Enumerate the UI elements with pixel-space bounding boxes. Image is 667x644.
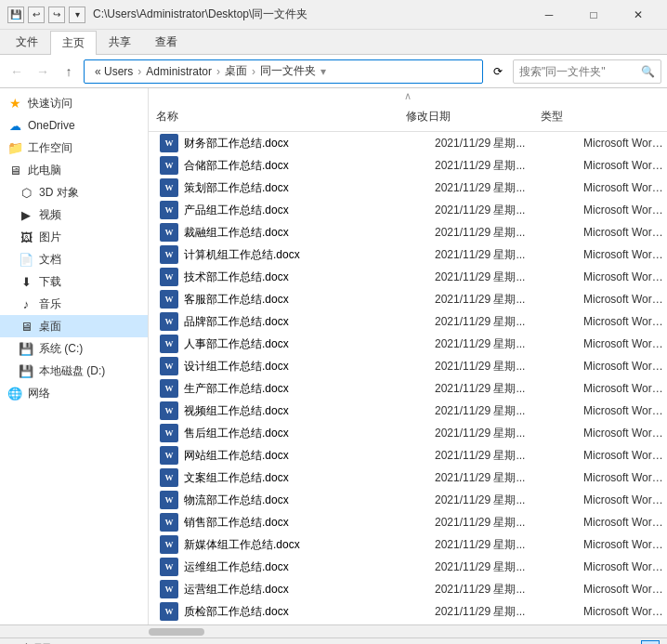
file-name-text: 售后组工作总结.docx [184,426,289,441]
table-row[interactable]: W人事部工作总结.docx2021/11/29 星期...Microsoft W… [149,333,667,355]
table-row[interactable]: W财务部工作总结.docx2021/11/29 星期...Microsoft W… [149,132,667,154]
table-row[interactable]: W网站组工作总结.docx2021/11/29 星期...Microsoft W… [149,444,667,467]
onedrive-icon: ☁ [7,118,22,133]
sidebar-label-picture: 图片 [39,230,61,245]
address-path[interactable]: « Users › Administrator › 桌面 › 同一文件夹 ▾ [84,59,483,84]
file-type-cell: Microsoft Word ... [576,516,667,529]
path-part-admin[interactable]: Administrator [143,64,215,79]
table-row[interactable]: W设计组工作总结.docx2021/11/29 星期...Microsoft W… [149,355,667,377]
tab-share[interactable]: 共享 [97,30,143,54]
word-icon: W [160,401,178,420]
sidebar-item-desktop[interactable]: 🖥 桌面 [0,315,148,337]
file-rows-container: W财务部工作总结.docx2021/11/29 星期...Microsoft W… [149,132,667,623]
close-button[interactable]: ✕ [617,0,660,30]
sidebar-item-network[interactable]: 🌐 网络 [0,382,148,404]
table-row[interactable]: W品牌部工作总结.docx2021/11/29 星期...Microsoft W… [149,310,667,333]
table-row[interactable]: W计算机组工作总结.docx2021/11/29 星期...Microsoft … [149,243,667,266]
back-button[interactable]: ← [6,60,28,83]
col-header-name[interactable]: 名称 [149,106,399,127]
table-row[interactable]: W运营组工作总结.docx2021/11/29 星期...Microsoft W… [149,578,667,600]
file-date-cell: 2021/11/29 星期... [427,470,576,486]
sidebar-item-download[interactable]: ⬇ 下载 [0,270,148,293]
sort-indicator: ∧ [149,88,667,102]
search-box[interactable]: 🔍 [513,59,661,84]
file-name-cell: W视频组工作总结.docx [149,401,427,420]
table-row[interactable]: W运维组工作总结.docx2021/11/29 星期...Microsoft W… [149,556,667,578]
search-input[interactable] [519,65,637,78]
tab-view[interactable]: 查看 [143,30,190,54]
sidebar-item-3d[interactable]: ⬡ 3D 对象 [0,181,148,204]
path-part-root[interactable]: « Users [92,64,136,79]
sidebar-label-music: 音乐 [39,296,61,312]
sidebar-item-local-d[interactable]: 💾 本地磁盘 (D:) [0,360,148,382]
music-icon: ♪ [19,296,33,311]
table-row[interactable]: W客服部工作总结.docx2021/11/29 星期...Microsoft W… [149,288,667,310]
tab-home[interactable]: 主页 [50,31,97,55]
col-header-date[interactable]: 修改日期 [399,106,532,127]
table-row[interactable]: W生产部工作总结.docx2021/11/29 星期...Microsoft W… [149,377,667,400]
path-part-desktop[interactable]: 桌面 [222,62,250,80]
file-date-cell: 2021/11/29 星期... [427,537,576,553]
table-row[interactable]: W质检部工作总结.docx2021/11/29 星期...Microsoft W… [149,600,667,623]
table-row[interactable]: W销售部工作总结.docx2021/11/29 星期...Microsoft W… [149,511,667,533]
title-bar-path: C:\Users\Administrator\Desktop\同一文件夹 [93,7,528,22]
table-row[interactable]: W物流部工作总结.docx2021/11/29 星期...Microsoft W… [149,489,667,511]
file-name-cell: W策划部工作总结.docx [149,178,427,197]
sidebar-item-video[interactable]: ▶ 视频 [0,204,148,226]
sidebar-item-this-pc[interactable]: 🖥 此电脑 [0,159,148,181]
view-detail-button[interactable]: ≡ [619,640,637,645]
word-icon: W [160,491,178,509]
word-icon: W [160,446,178,465]
system-icon-down[interactable]: ▾ [69,7,85,23]
file-date-cell: 2021/11/29 星期... [427,381,576,397]
table-row[interactable]: W新媒体组工作总结.docx2021/11/29 星期...Microsoft … [149,533,667,556]
file-type-cell: Microsoft Word ... [576,360,667,373]
sidebar-label-download: 下载 [39,274,61,290]
minimize-button[interactable]: ─ [528,0,570,30]
table-row[interactable]: W裁融组工作总结.docx2021/11/29 星期...Microsoft W… [149,221,667,243]
title-bar-controls: ─ □ ✕ [528,0,660,30]
file-date-cell: 2021/11/29 星期... [427,582,576,598]
file-date-cell: 2021/11/29 星期... [427,292,576,308]
file-name-text: 销售部工作总结.docx [184,515,289,531]
table-row[interactable]: W产品组工作总结.docx2021/11/29 星期...Microsoft W… [149,199,667,221]
file-date-cell: 2021/11/29 星期... [427,448,576,464]
file-name-text: 视频组工作总结.docx [184,403,289,419]
table-row[interactable]: W文案组工作总结.docx2021/11/29 星期...Microsoft W… [149,467,667,489]
sidebar-item-document[interactable]: 📄 文档 [0,248,148,270]
file-date-cell: 2021/11/29 星期... [427,359,576,375]
file-name-text: 合储部工作总结.docx [184,158,289,174]
horizontal-scrollbar[interactable] [0,624,667,637]
sidebar-label-document: 文档 [39,252,61,268]
sidebar-item-onedrive[interactable]: ☁ OneDrive [0,114,148,137]
sidebar-label-system-c: 系统 (C:) [39,341,83,357]
tab-file[interactable]: 文件 [4,30,50,54]
word-icon: W [160,245,178,264]
sidebar-item-quick-access[interactable]: ★ 快速访问 [0,92,148,114]
refresh-button[interactable]: ⟳ [487,60,509,83]
system-c-icon: 💾 [19,341,33,356]
sidebar-item-system-c[interactable]: 💾 系统 (C:) [0,337,148,360]
view-large-button[interactable]: ⊞ [641,640,660,645]
file-name-text: 计算机组工作总结.docx [184,247,300,263]
table-row[interactable]: W策划部工作总结.docx2021/11/29 星期...Microsoft W… [149,177,667,199]
forward-button[interactable]: → [32,60,54,83]
table-row[interactable]: W技术部工作总结.docx2021/11/29 星期...Microsoft W… [149,266,667,288]
sidebar-item-music[interactable]: ♪ 音乐 [0,293,148,315]
system-icon-save[interactable]: 💾 [7,7,24,23]
h-scroll-thumb[interactable] [149,628,204,636]
file-date-cell: 2021/11/29 星期... [427,269,576,285]
sidebar-item-workspace[interactable]: 📁 工作空间 [0,137,148,159]
system-icon-undo[interactable]: ↩ [28,7,45,23]
up-button[interactable]: ↑ [58,60,80,83]
table-row[interactable]: W合储部工作总结.docx2021/11/29 星期...Microsoft W… [149,154,667,177]
table-row[interactable]: W视频组工作总结.docx2021/11/29 星期...Microsoft W… [149,400,667,422]
table-row[interactable]: W售后组工作总结.docx2021/11/29 星期...Microsoft W… [149,422,667,444]
path-part-folder[interactable]: 同一文件夹 [257,62,319,80]
word-icon: W [160,178,178,197]
document-icon: 📄 [19,252,33,267]
system-icon-redo[interactable]: ↪ [48,7,65,23]
col-header-type[interactable]: 类型 [533,106,667,127]
sidebar-item-picture[interactable]: 🖼 图片 [0,226,148,248]
maximize-button[interactable]: □ [572,0,615,30]
